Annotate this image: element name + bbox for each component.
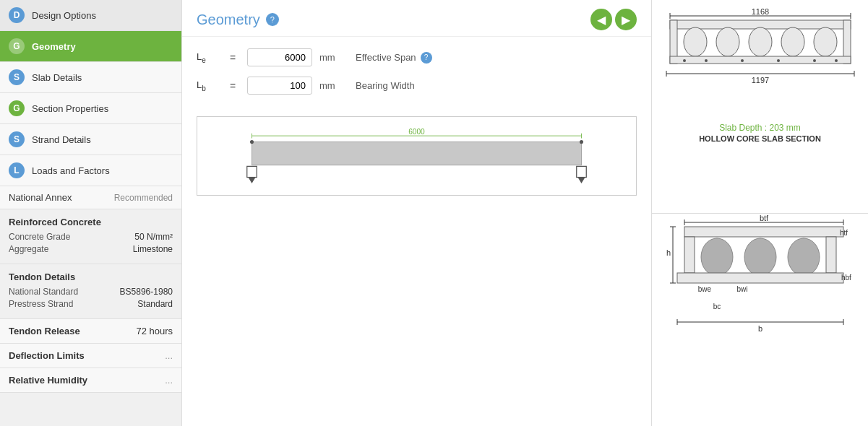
tendon-release-row: Tendon Release 72 hours (0, 319, 181, 344)
national-annex-label: National Annex (9, 192, 72, 203)
sidebar-label-design-options: Design Options (32, 10, 96, 21)
main-title-area: Geometry ? (197, 12, 279, 28)
tendon-release-value: 72 hours (136, 326, 173, 336)
nav-arrows: ◀ ▶ (590, 9, 637, 30)
le-help-icon[interactable]: ? (421, 52, 432, 64)
national-standard-label: National Standard (9, 287, 78, 297)
svg-point-18 (749, 27, 772, 56)
svg-point-24 (683, 59, 686, 62)
sidebar-item-strand-details[interactable]: SStrand Details (0, 124, 181, 155)
sidebar-item-slab-details[interactable]: SSlab Details (0, 62, 181, 93)
deflection-limits-row[interactable]: Deflection Limits ... (0, 344, 181, 368)
svg-rect-40 (826, 237, 836, 273)
svg-text:htf: htf (840, 229, 848, 237)
main-header: Geometry ? ◀ ▶ (182, 0, 651, 37)
svg-rect-44 (677, 273, 843, 283)
aggregate-label: Aggregate (9, 244, 48, 254)
main-content: Geometry ? ◀ ▶ Le = mm Effective Span ? (182, 0, 651, 426)
svg-text:hbf: hbf (841, 274, 851, 282)
sidebar-label-section-properties: Section Properties (32, 103, 108, 114)
sidebar-label-strand-details: Strand Details (32, 134, 91, 145)
concrete-grade-label: Concrete Grade (9, 232, 70, 242)
slab-section-title: HOLLOW CORE SLAB SECTION (699, 134, 821, 143)
svg-point-16 (684, 27, 707, 56)
svg-rect-23 (670, 56, 851, 64)
svg-marker-6 (248, 178, 255, 183)
prestress-strand-value: Standard (137, 299, 173, 309)
svg-point-28 (813, 59, 816, 62)
svg-point-43 (788, 238, 820, 276)
tendon-details-title: Tendon Details (9, 271, 173, 282)
aggregate-value: Limestone (133, 244, 173, 254)
svg-point-10 (580, 140, 583, 144)
prestress-strand-label: Prestress Strand (9, 299, 73, 309)
beam-diagram: 6000 (197, 116, 637, 196)
svg-marker-8 (577, 178, 585, 183)
svg-text:h: h (666, 248, 670, 257)
sidebar-badge-slab-details: S (9, 69, 25, 85)
svg-point-27 (777, 59, 780, 62)
tendon-release-label: Tendon Release (9, 326, 80, 336)
relative-humidity-label: Relative Humidity (9, 375, 87, 386)
slab-depth-info: Slab Depth : 203 mm (719, 123, 801, 133)
reinforced-concrete-section: Reinforced Concrete Concrete Grade 50 N/… (0, 209, 181, 264)
svg-point-19 (781, 27, 804, 56)
prestress-strand-row: Prestress Strand Standard (9, 299, 173, 309)
le-desc: Effective Span ? (356, 52, 432, 64)
concrete-grade-row: Concrete Grade 50 N/mm² (9, 232, 173, 242)
le-input[interactable] (247, 48, 312, 66)
rc-section-title: Reinforced Concrete (9, 217, 173, 227)
svg-text:bwi: bwi (736, 285, 747, 293)
slab-schematic: btf h bwe (652, 214, 868, 427)
svg-text:1197: 1197 (751, 76, 768, 84)
sidebar-item-loads-factors[interactable]: LLoads and Factors (0, 155, 181, 186)
lb-input[interactable] (247, 77, 312, 95)
le-eq: = (225, 52, 240, 64)
svg-text:btf: btf (759, 214, 768, 222)
svg-point-26 (741, 59, 744, 62)
lb-symbol: Lb (197, 79, 218, 92)
svg-point-42 (744, 238, 776, 276)
lb-desc: Bearing Width (356, 80, 415, 91)
svg-point-17 (716, 27, 739, 56)
sidebar-label-slab-details: Slab Details (32, 72, 82, 83)
svg-rect-39 (684, 237, 695, 273)
lb-row: Lb = mm Bearing Width (197, 77, 637, 95)
sidebar: DDesign OptionsGGeometrySSlab DetailsGSe… (0, 0, 182, 426)
svg-text:bc: bc (713, 303, 721, 310)
svg-text:1168: 1168 (751, 7, 768, 16)
national-annex-row: National Annex Recommended (0, 186, 181, 209)
aggregate-row: Aggregate Limestone (9, 244, 173, 254)
svg-point-9 (250, 140, 254, 144)
concrete-grade-value: 50 N/mm² (134, 232, 173, 242)
sidebar-item-geometry[interactable]: GGeometry (0, 31, 181, 62)
svg-point-29 (835, 59, 838, 62)
svg-text:b: b (757, 324, 762, 333)
lb-eq: = (225, 80, 240, 92)
sidebar-badge-geometry: G (9, 38, 25, 54)
le-symbol: Le (197, 51, 218, 64)
lb-unit: mm (319, 80, 348, 91)
svg-point-41 (701, 238, 733, 276)
relative-humidity-row[interactable]: Relative Humidity ... (0, 368, 181, 393)
next-button[interactable]: ▶ (615, 9, 637, 30)
sidebar-item-section-properties[interactable]: GSection Properties (0, 93, 181, 124)
national-standard-value: BS5896-1980 (120, 287, 173, 297)
svg-text:6000: 6000 (408, 129, 425, 136)
svg-rect-4 (252, 142, 582, 165)
sidebar-label-geometry: Geometry (32, 41, 76, 52)
sidebar-badge-loads-factors: L (9, 162, 25, 178)
help-icon[interactable]: ? (266, 13, 279, 26)
svg-point-20 (814, 27, 837, 56)
sidebar-badge-design-options: D (9, 7, 25, 23)
le-unit: mm (319, 52, 348, 63)
page-title: Geometry (197, 12, 260, 28)
sidebar-label-loads-factors: Loads and Factors (32, 165, 110, 176)
tendon-details-section: Tendon Details National Standard BS5896-… (0, 264, 181, 319)
relative-humidity-value: ... (165, 375, 173, 386)
svg-text:bwe: bwe (697, 285, 711, 293)
right-panel: 1168 (651, 0, 868, 426)
prev-button[interactable]: ◀ (590, 9, 612, 30)
national-standard-row: National Standard BS5896-1980 (9, 287, 173, 297)
sidebar-item-design-options[interactable]: DDesign Options (0, 0, 181, 31)
